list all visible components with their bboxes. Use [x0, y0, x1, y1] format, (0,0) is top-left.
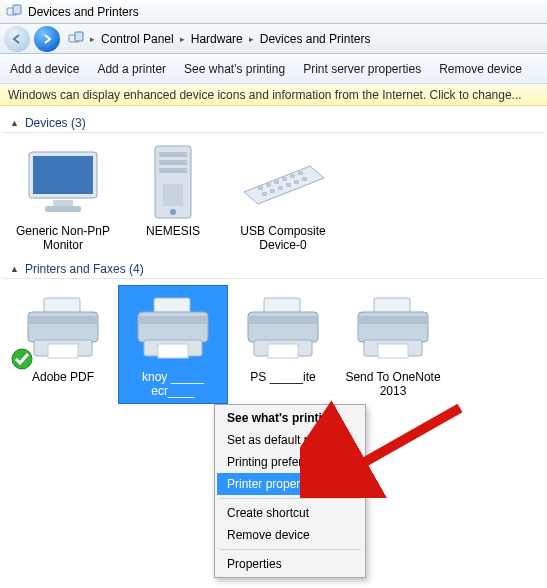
breadcrumb-item[interactable]: Hardware: [189, 30, 245, 48]
svg-point-13: [170, 209, 176, 215]
svg-rect-9: [159, 152, 187, 157]
printer-label: knoy _____ ecr____: [123, 370, 223, 399]
svg-rect-31: [48, 344, 78, 358]
svg-rect-3: [75, 32, 83, 41]
menu-remove-device[interactable]: Remove device: [217, 524, 363, 546]
nav-back-button[interactable]: [4, 26, 30, 52]
svg-rect-20: [298, 171, 303, 175]
menu-printer-properties[interactable]: Printer properties: [217, 473, 363, 495]
breadcrumb-icon: [68, 31, 86, 47]
section-header-devices[interactable]: ▲ Devices (3): [2, 112, 545, 133]
svg-marker-14: [244, 166, 324, 204]
remove-device-button[interactable]: Remove device: [439, 62, 522, 76]
svg-rect-23: [278, 186, 283, 190]
svg-rect-16: [266, 183, 271, 187]
devices-printers-icon: [6, 4, 22, 20]
chevron-right-icon: ▸: [249, 34, 254, 44]
svg-rect-21: [262, 192, 267, 196]
computer-tower-icon: [123, 144, 223, 222]
breadcrumb-item[interactable]: Devices and Printers: [258, 30, 373, 48]
svg-rect-37: [158, 344, 188, 358]
svg-rect-18: [282, 177, 287, 181]
printer-icon: [123, 290, 223, 368]
address-bar: ▸ Control Panel ▸ Hardware ▸ Devices and…: [0, 24, 547, 54]
printers-items: Adobe PDF knoy _____ ecr____: [2, 285, 545, 404]
chevron-right-icon: ▸: [90, 34, 95, 44]
info-banner-text: Windows can display enhanced device icon…: [8, 88, 522, 102]
default-check-icon: [11, 348, 33, 370]
devices-items: Generic Non-PnP Monitor NEMESIS: [2, 139, 545, 258]
printer-label: Send To OneNote 2013: [343, 370, 443, 399]
svg-rect-26: [302, 177, 307, 181]
menu-separator: [219, 498, 361, 499]
monitor-icon: [13, 144, 113, 222]
svg-rect-6: [53, 200, 73, 206]
device-label: USB Composite Device-0: [233, 224, 333, 253]
see-whats-printing-button[interactable]: See what's printing: [184, 62, 285, 76]
svg-rect-11: [159, 168, 187, 173]
breadcrumb-item[interactable]: Control Panel: [99, 30, 176, 48]
device-item-monitor[interactable]: Generic Non-PnP Monitor: [8, 139, 118, 258]
svg-rect-47: [378, 344, 408, 358]
svg-rect-1: [13, 5, 21, 14]
svg-rect-22: [270, 189, 275, 193]
add-device-button[interactable]: Add a device: [10, 62, 79, 76]
printer-item-adobe-pdf[interactable]: Adobe PDF: [8, 285, 118, 404]
menu-create-shortcut[interactable]: Create shortcut: [217, 502, 363, 524]
menu-properties[interactable]: Properties: [217, 553, 363, 575]
title-bar: Devices and Printers: [0, 0, 547, 24]
printer-label: PS _____ite: [233, 370, 333, 384]
menu-see-whats-printing[interactable]: See what's printing: [217, 407, 363, 429]
svg-rect-40: [248, 316, 318, 324]
chevron-right-icon: ▸: [180, 34, 185, 44]
window-title: Devices and Printers: [28, 5, 139, 19]
printer-item-onenote[interactable]: Send To OneNote 2013: [338, 285, 448, 404]
section-label: Devices (3): [25, 116, 86, 130]
menu-separator: [219, 549, 361, 550]
info-banner[interactable]: Windows can display enhanced device icon…: [0, 84, 547, 106]
content-pane: ▲ Devices (3) Generic Non-PnP Monitor: [0, 106, 547, 410]
printer-item[interactable]: PS _____ite: [228, 285, 338, 404]
device-label: NEMESIS: [123, 224, 223, 238]
section-label: Printers and Faxes (4): [25, 262, 144, 276]
printer-icon: [343, 290, 443, 368]
print-server-properties-button[interactable]: Print server properties: [303, 62, 421, 76]
printer-label: Adobe PDF: [13, 370, 113, 384]
svg-rect-12: [163, 184, 183, 206]
svg-rect-24: [286, 183, 291, 187]
svg-rect-25: [294, 180, 299, 184]
printer-icon: [233, 290, 333, 368]
svg-rect-15: [258, 186, 263, 190]
svg-rect-17: [274, 180, 279, 184]
svg-rect-7: [45, 206, 81, 212]
svg-rect-45: [358, 316, 428, 324]
context-menu: See what's printing Set as default print…: [214, 404, 366, 578]
printer-item-selected[interactable]: knoy _____ ecr____: [118, 285, 228, 404]
svg-rect-42: [268, 344, 298, 358]
menu-set-default[interactable]: Set as default printer: [217, 429, 363, 451]
device-item-tower[interactable]: NEMESIS: [118, 139, 228, 258]
svg-rect-19: [290, 174, 295, 178]
svg-rect-29: [28, 316, 98, 324]
nav-forward-button[interactable]: [34, 26, 60, 52]
svg-rect-5: [33, 156, 93, 194]
printer-icon: [13, 290, 113, 368]
device-item-keyboard[interactable]: USB Composite Device-0: [228, 139, 338, 258]
section-header-printers[interactable]: ▲ Printers and Faxes (4): [2, 258, 545, 279]
add-printer-button[interactable]: Add a printer: [97, 62, 166, 76]
svg-rect-10: [159, 160, 187, 165]
command-bar: Add a device Add a printer See what's pr…: [0, 54, 547, 84]
collapse-icon: ▲: [10, 264, 19, 274]
collapse-icon: ▲: [10, 118, 19, 128]
keyboard-icon: [233, 144, 333, 222]
svg-rect-35: [138, 316, 208, 324]
menu-printing-preferences[interactable]: Printing preferences: [217, 451, 363, 473]
device-label: Generic Non-PnP Monitor: [13, 224, 113, 253]
